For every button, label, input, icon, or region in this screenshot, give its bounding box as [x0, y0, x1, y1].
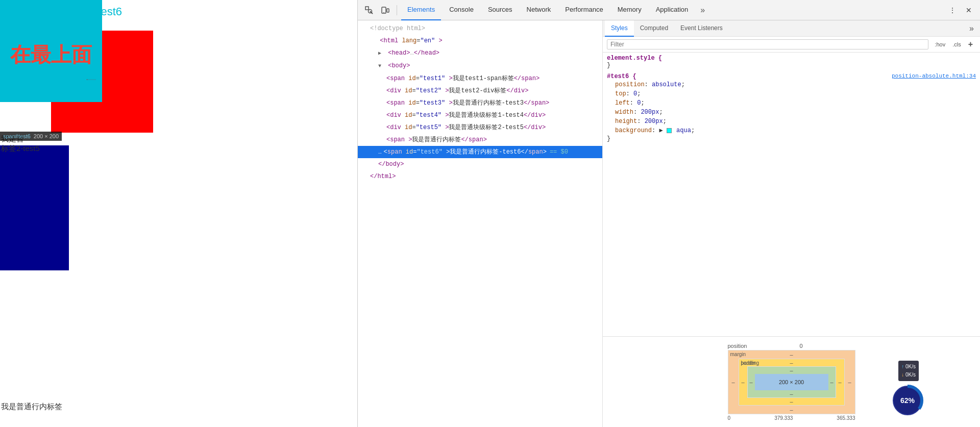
box-content: 200 × 200 — [755, 374, 828, 390]
tab-styles[interactable]: Styles — [605, 20, 634, 37]
html-line-test4[interactable]: <div id="test4" >我是普通块级标签1-test4</div> — [358, 109, 602, 121]
css-rule-test6: #test6 { position-absolute.html:34 posit… — [607, 73, 976, 142]
close-devtools[interactable]: ✕ — [962, 3, 976, 17]
more-style-tabs[interactable]: » — [965, 24, 978, 33]
styles-filter: :hov .cls + — [603, 37, 980, 53]
more-tabs-icon[interactable]: » — [698, 6, 707, 15]
css-source-link[interactable]: position-absolute.html:34 — [892, 73, 976, 79]
css-prop-height: height: 200px; — [607, 117, 976, 126]
inspect-icon[interactable] — [362, 3, 376, 17]
css-rule-selector-line: element.style { — [607, 55, 976, 62]
filter-cls[interactable]: .cls — [949, 39, 964, 50]
tab-computed[interactable]: Computed — [634, 20, 674, 37]
tab-network[interactable]: Network — [521, 0, 557, 20]
svg-text:62%: 62% — [900, 396, 915, 405]
html-line-body-open[interactable]: ▼ <body> — [358, 60, 602, 72]
css-prop-width: width: 200px; — [607, 108, 976, 117]
zhong-text: 在最上面 — [10, 41, 92, 69]
perf-overlay: ↑ 0K/s ↓ 0K/s 62% — [891, 382, 924, 417]
css-prop-top: top: 0; — [607, 89, 976, 98]
html-line-html[interactable]: <html lang="en" > — [358, 35, 602, 47]
tooltip-size: 200 × 200 — [34, 133, 59, 139]
html-line-test3[interactable]: <span id="test3" >我是普通行内标签-test3</span> — [358, 97, 602, 109]
tab-event-listeners[interactable]: Event Listeners — [674, 20, 729, 37]
tab-memory[interactable]: Memory — [611, 0, 648, 20]
tooltip-badge: span#test6 200 × 200 — [0, 132, 62, 141]
html-line-doctype: <!doctype html> — [358, 22, 602, 35]
tooltip-tag: span#test6 — [3, 133, 31, 139]
css-rule-test6-selector-line: #test6 { position-absolute.html:34 — [607, 73, 976, 80]
perf-io: ↑ 0K/s ↓ 0K/s — [898, 361, 919, 381]
svg-point-7 — [383, 12, 384, 13]
box-model-diagram: position 0 margin – – border — [728, 343, 855, 421]
text-line2: 标签2-test5 — [1, 144, 40, 154]
box-model-numbers: 0 379.333 365.333 — [728, 415, 855, 421]
cpu-circle: 62% — [891, 384, 924, 417]
html-line-html-close[interactable]: </html> — [358, 170, 602, 183]
html-line-test5[interactable]: <div id="test5" >我是普通块级标签2-test5</div> — [358, 121, 602, 134]
tab-elements[interactable]: Elements — [401, 0, 441, 20]
html-line-test6-selected[interactable]: … <span id="test6" >我是普通行内标签-test6</span… — [358, 146, 602, 158]
text-inline: 我是普通行内标签 — [1, 402, 62, 412]
html-line-head[interactable]: ▶ <head>…</head> — [358, 47, 602, 60]
css-prop-position: position: absolute; — [607, 80, 976, 89]
css-prop-background: background: ▶ aqua; — [607, 126, 976, 135]
styles-tabs: Styles Computed Event Listeners » — [603, 20, 980, 37]
styles-content: element.style { } #test6 { position-abso… — [603, 53, 980, 336]
svg-rect-2 — [365, 7, 369, 10]
styles-filter-input[interactable] — [607, 39, 928, 49]
styles-panel: Styles Computed Event Listeners » :hov .… — [603, 20, 980, 427]
tab-sources[interactable]: Sources — [482, 0, 519, 20]
settings-icon[interactable]: ⋮ — [945, 3, 960, 17]
css-rule-element-style: element.style { } — [607, 55, 976, 69]
filter-hov[interactable]: :hov — [932, 39, 948, 50]
html-line-span-inline[interactable]: <span >我是普通行内标签</span> — [358, 134, 602, 146]
device-icon[interactable] — [378, 3, 393, 17]
blue-box-test5 — [0, 145, 69, 270]
elements-area: <!doctype html> <html lang="en" > ▶ <hea… — [358, 20, 980, 427]
filter-add[interactable]: + — [965, 39, 976, 50]
html-line-test2[interactable]: <div id="test2" >我是test2-div标签</div> — [358, 85, 602, 97]
filter-buttons: :hov .cls + — [932, 39, 976, 50]
arrow-svg — [59, 79, 120, 80]
devtools-panel: Elements Console Sources Network Perform… — [357, 0, 980, 427]
devtools-topbar: Elements Console Sources Network Perform… — [358, 0, 980, 20]
box-margin: margin – – border – – — [728, 350, 855, 414]
position-row: position 0 — [728, 343, 855, 349]
tab-console[interactable]: Console — [443, 0, 480, 20]
css-prop-left: left: 0; — [607, 98, 976, 108]
color-swatch[interactable] — [667, 128, 672, 133]
cpu-circle-svg: 62% — [891, 384, 924, 417]
svg-rect-6 — [387, 9, 389, 12]
webpage-preview: 我是普通行内标签-test6 在最上面 span#test6 200 × 200… — [0, 0, 357, 427]
tab-application[interactable]: Application — [650, 0, 695, 20]
html-tree: <!doctype html> <html lang="en" > ▶ <hea… — [358, 20, 603, 427]
box-padding: padding – – 200 × 200 – – — [747, 366, 836, 398]
separator — [397, 5, 397, 15]
box-border: border – – padding – – — [739, 359, 845, 406]
html-line-test1[interactable]: <span id="test1" >我是test1-span标签</span> — [358, 72, 602, 85]
html-line-body-close[interactable]: </body> — [358, 158, 602, 170]
tab-performance[interactable]: Performance — [559, 0, 609, 20]
